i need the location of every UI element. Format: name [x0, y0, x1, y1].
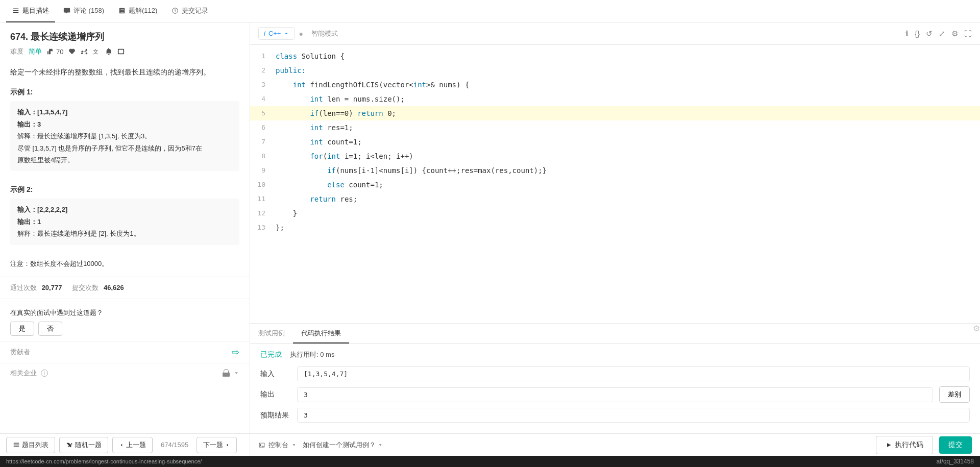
like-button[interactable]: 70 — [47, 48, 63, 56]
company-info-icon: i — [41, 370, 48, 377]
thumbup-icon — [47, 48, 54, 55]
output-value: 3 — [297, 387, 933, 402]
svg-rect-5 — [14, 445, 19, 445]
code-line-3: 3 int findLengthOfLCIS(vector<int>& nums… — [250, 78, 980, 92]
console-label: 控制台 — [268, 440, 288, 450]
note-block: 注意：数组长度不会超过10000。 — [0, 255, 250, 273]
bottom-action-bar: 题目列表 随机一题 上一题 674/1595 下一题 — [0, 433, 250, 456]
toolbar-icons: ℹ {} ↺ ⤢ ⚙ ⛶ — [905, 29, 972, 38]
bottom-tabs: 测试用例 代码执行结果 ⚙ — [250, 324, 980, 344]
input-label: 输入 — [260, 370, 291, 379]
note-button[interactable] — [117, 48, 125, 55]
lang-icon: i — [264, 30, 265, 37]
tab-description[interactable]: 题目描述 — [6, 0, 55, 22]
list-nav-icon — [13, 441, 20, 449]
share-button[interactable] — [81, 48, 88, 55]
problem-list-button[interactable]: 题目列表 — [6, 437, 55, 453]
code-line-6: 6 int res=1; — [250, 120, 980, 135]
example1-content: 输入：[1,3,5,4,7] 输出：3 解释：最长连续递增序列是 [1,3,5]… — [10, 101, 239, 171]
next-button[interactable]: 下一题 — [197, 437, 237, 453]
result-status-bar: 已完成 执行用时: 0 ms — [260, 350, 970, 359]
share-icon — [81, 48, 88, 55]
bell-button[interactable] — [105, 48, 112, 55]
stats-block: 通过次数 20,777 提交次数 46,626 — [0, 277, 250, 299]
fullscreen-icon[interactable]: ⤢ — [939, 29, 945, 38]
problem-header: 674. 最长连续递增序列 难度 简单 70 文 — [0, 22, 250, 66]
submit-button[interactable]: 提交 — [939, 436, 972, 454]
info-icon[interactable]: ℹ — [905, 29, 909, 38]
problem-list-label: 题目列表 — [22, 440, 48, 450]
how-to-label: 如何创建一个测试用例？ — [303, 440, 376, 450]
code-line-7: 7 int count=1; — [250, 135, 980, 149]
submit-stat: 提交次数 46,626 — [72, 283, 124, 292]
expand-icon[interactable]: ⛶ — [964, 29, 972, 38]
console-chevron-icon — [291, 443, 297, 448]
random-label: 随机一题 — [75, 440, 102, 450]
prev-label: 上一题 — [126, 440, 146, 450]
solution-icon — [118, 7, 126, 14]
run-button[interactable]: 执行代码 — [876, 436, 933, 454]
tab-comments[interactable]: 评论 (158) — [57, 0, 110, 22]
contributor-icon: ⇨ — [232, 347, 239, 358]
how-to-link[interactable]: 如何创建一个测试用例？ — [303, 440, 383, 450]
mode-dot: ● — [299, 30, 303, 38]
tab-submissions[interactable]: 提交记录 — [165, 0, 214, 22]
problem-description: 给定一个未经排序的整数数组，找到最长且连续的的递增序列。 — [0, 66, 250, 84]
code-editor[interactable]: 1 class Solution { 2 public: 3 int findL… — [250, 45, 980, 323]
code-lines: 1 class Solution { 2 public: 3 int findL… — [250, 45, 980, 239]
run-icon — [886, 442, 892, 448]
svg-rect-2 — [13, 12, 19, 12]
clock-icon — [172, 7, 179, 14]
tab-submissions-label: 提交记录 — [182, 6, 208, 15]
favorite-button[interactable] — [68, 48, 76, 55]
right-panel: i C++ ● 智能模式 ℹ {} ↺ ⤢ ⚙ ⛶ 1 class Soluti… — [250, 22, 980, 456]
undo-icon[interactable]: ↺ — [926, 29, 933, 38]
tab-testcase[interactable]: 测试用例 — [250, 324, 293, 343]
tab-solutions[interactable]: 题解(112) — [112, 0, 163, 22]
status-url[interactable]: https://leetcode-cn.com/problems/longest… — [6, 458, 202, 464]
contributor-block: 贡献者 ⇨ — [0, 341, 250, 363]
translate-button[interactable]: 文 — [93, 48, 100, 55]
code-line-9: 9 if(nums[i-1]<nums[i]) {count++;res=max… — [250, 163, 980, 178]
console-button[interactable]: 控制台 — [258, 440, 297, 450]
how-to-chevron-icon — [378, 443, 383, 448]
problem-desc-text: 给定一个未经排序的整数数组，找到最长且连续的的递增序列。 — [10, 66, 239, 78]
example1-block: 示例 1: 输入：[1,3,5,4,7] 输出：3 解释：最长连续递增序列是 [… — [0, 84, 250, 175]
contributor-label: 贡献者 — [10, 348, 30, 357]
difficulty-label: 难度 — [10, 47, 23, 56]
prev-button[interactable]: 上一题 — [112, 437, 153, 453]
format-icon[interactable]: {} — [915, 29, 920, 38]
settings-toolbar-icon[interactable]: ⚙ — [951, 29, 958, 38]
interview-question: 在真实的面试中遇到过这道题？ — [10, 308, 239, 317]
expected-label: 预期结果 — [260, 411, 291, 420]
input-row: 输入 [1,3,5,4,7] — [260, 366, 970, 381]
left-panel: 674. 最长连续递增序列 难度 简单 70 文 — [0, 22, 250, 456]
output-label: 输出 — [260, 390, 291, 399]
pass-value: 20,777 — [42, 284, 62, 291]
code-line-10: 10 else count=1; — [250, 178, 980, 192]
tab-comments-label: 评论 (158) — [74, 6, 104, 15]
input-value[interactable]: [1,3,5,4,7] — [297, 366, 970, 381]
random-button[interactable]: 随机一题 — [59, 437, 108, 453]
example1-title: 示例 1: — [10, 88, 239, 97]
yes-button[interactable]: 是 — [10, 322, 34, 336]
expected-value: 3 — [297, 408, 970, 423]
no-button[interactable]: 否 — [38, 322, 62, 336]
main-content: 674. 最长连续递增序列 难度 简单 70 文 — [0, 22, 980, 456]
next-label: 下一题 — [203, 440, 223, 450]
tab-solutions-label: 题解(112) — [129, 6, 157, 15]
code-line-13: 13 }; — [250, 220, 980, 235]
example2-exp1: 解释：最长连续递增序列是 [2], 长度为1。 — [17, 228, 232, 239]
bottom-section: 测试用例 代码执行结果 ⚙ 已完成 执行用时: 0 ms 输入 [1,3,5,4… — [250, 323, 980, 456]
tab-result[interactable]: 代码执行结果 — [293, 324, 349, 343]
result-tab-label: 代码执行结果 — [301, 329, 341, 338]
chevron-down-icon — [233, 370, 239, 376]
code-line-8: 8 for(int i=1; i<len; i++) — [250, 149, 980, 163]
top-nav: 题目描述 评论 (158) 题解(112) 提交记录 — [0, 0, 980, 22]
lang-chevron-icon — [284, 31, 289, 36]
note-text: 注意：数组长度不会超过10000。 — [10, 260, 108, 267]
language-selector[interactable]: i C++ — [258, 27, 295, 40]
bottom-settings-icon[interactable]: ⚙ — [973, 324, 980, 343]
diff-button[interactable]: 差别 — [939, 386, 970, 403]
problem-meta: 难度 简单 70 文 — [10, 47, 239, 56]
